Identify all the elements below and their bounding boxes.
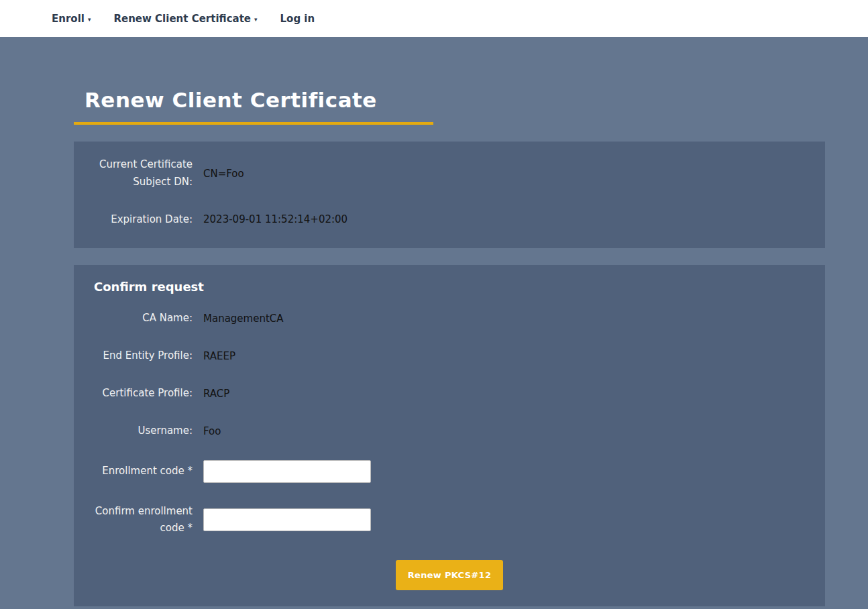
- confirm-request-panel: Confirm request CA Name: ManagementCA En…: [74, 265, 825, 606]
- row-label: Enrollment code *: [94, 463, 193, 480]
- nav-item-label: Log in: [280, 13, 315, 25]
- caret-down-icon: ▾: [254, 16, 258, 23]
- row-label: CA Name:: [94, 310, 193, 327]
- row-value: 2023-09-01 11:52:14+02:00: [203, 213, 347, 225]
- info-row-subject-dn: Current Certificate Subject DN: CN=Foo: [74, 156, 825, 191]
- nav-item-enroll[interactable]: Enroll ▾: [52, 13, 91, 25]
- row-label: Username:: [94, 423, 193, 440]
- enrollment-code-input[interactable]: [203, 460, 371, 483]
- row-value: CN=Foo: [203, 168, 244, 180]
- renew-pkcs12-button[interactable]: Renew PKCS#12: [396, 560, 503, 590]
- caret-down-icon: ▾: [88, 16, 91, 23]
- row-label: Current Certificate Subject DN:: [94, 156, 193, 191]
- row-value: Foo: [203, 425, 221, 437]
- page-title: Renew Client Certificate: [74, 37, 825, 112]
- row-label: Confirm enrollment code *: [94, 503, 193, 538]
- nav-item-renew-client-certificate[interactable]: Renew Client Certificate ▾: [113, 13, 257, 25]
- button-row: Renew PKCS#12: [74, 560, 825, 590]
- info-row-certificate-profile: Certificate Profile: RACP: [74, 385, 825, 402]
- top-nav: Enroll ▾ Renew Client Certificate ▾ Log …: [0, 0, 868, 37]
- nav-item-label: Renew Client Certificate: [113, 13, 251, 25]
- confirm-enrollment-code-input[interactable]: [203, 508, 371, 531]
- row-label: End Entity Profile:: [94, 347, 193, 365]
- info-row-end-entity-profile: End Entity Profile: RAEEP: [74, 347, 825, 365]
- form-row-enrollment-code: Enrollment code *: [74, 460, 825, 483]
- row-value: RACP: [203, 388, 229, 400]
- row-label: Certificate Profile:: [94, 385, 193, 402]
- row-value: RAEEP: [203, 350, 235, 362]
- certificate-info-panel: Current Certificate Subject DN: CN=Foo E…: [74, 142, 825, 248]
- info-row-username: Username: Foo: [74, 423, 825, 440]
- info-row-expiration-date: Expiration Date: 2023-09-01 11:52:14+02:…: [74, 211, 825, 229]
- panel-title: Confirm request: [74, 280, 825, 294]
- form-row-confirm-enrollment-code: Confirm enrollment code *: [74, 503, 825, 538]
- row-label: Expiration Date:: [94, 211, 193, 229]
- main-content: Renew Client Certificate Current Certifi…: [74, 37, 825, 606]
- info-row-ca-name: CA Name: ManagementCA: [74, 310, 825, 327]
- nav-item-log-in[interactable]: Log in: [280, 13, 315, 25]
- title-underline: [74, 122, 433, 125]
- nav-item-label: Enroll: [52, 13, 85, 25]
- row-value: ManagementCA: [203, 313, 284, 325]
